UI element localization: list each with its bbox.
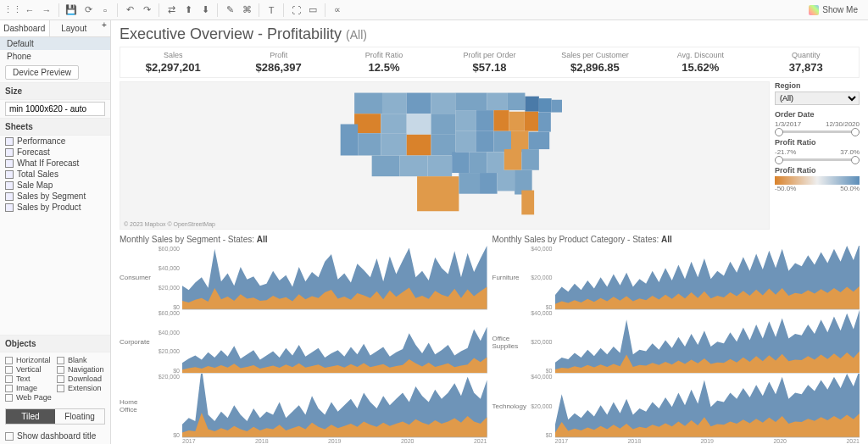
highlight-icon[interactable]: ✎ [222,3,237,18]
redo-icon[interactable]: ↷ [139,3,154,18]
sheet-sales-by-product[interactable]: Sales by Product [0,202,110,213]
object-navigation[interactable]: Navigation [57,365,105,374]
presentation-icon[interactable]: ▭ [305,3,320,18]
fit-icon[interactable]: ⛶ [288,3,303,18]
group-icon[interactable]: ⌘ [239,3,254,18]
swap-icon[interactable]: ⇄ [164,3,179,18]
device-preview-button[interactable]: Device Preview [5,65,79,80]
sheet-sales-by-segment[interactable]: Sales by Segment [0,191,110,202]
svg-rect-38 [417,176,459,211]
region-label: Region [775,81,860,90]
object-icon [5,394,13,402]
kpi-profit[interactable]: Profit$286,397 [225,47,331,77]
svg-rect-0 [354,93,382,114]
svg-rect-15 [476,110,494,131]
sheet-sale-map[interactable]: Sale Map [0,180,110,191]
object-web-page[interactable]: Web Page [5,393,53,402]
object-blank[interactable]: Blank [57,356,105,364]
kpi-quantity[interactable]: Quantity37,873 [754,47,859,77]
svg-rect-41 [498,170,515,191]
chart-row-home-office[interactable]: Home Office$20,000$0 [120,374,487,438]
orderdate-slider[interactable] [775,130,860,133]
size-heading: Size [0,82,110,100]
undo-icon[interactable]: ↶ [122,3,137,18]
tiled-button[interactable]: Tiled [6,409,55,424]
svg-rect-4 [455,93,487,111]
newsheet-icon[interactable]: ▫ [97,3,113,18]
svg-rect-43 [521,191,534,215]
floating-button[interactable]: Floating [55,409,104,424]
sheet-icon [5,148,14,157]
object-horizontal[interactable]: Horizontal [5,356,53,364]
svg-rect-40 [480,173,498,194]
page-title: Executive Overview - Profitability (All) [120,25,860,43]
kpi-sales-per-customer[interactable]: Sales per Customer$2,896.85 [542,47,648,77]
kpi-profit-per-order[interactable]: Profit per Order$57.18 [437,47,542,77]
kpi-sales[interactable]: Sales$2,297,201 [120,47,225,77]
save-icon[interactable]: 💾 [64,3,79,18]
forward-icon[interactable]: → [39,3,54,18]
sort-asc-icon[interactable]: ⬆ [181,3,196,18]
region-select[interactable]: (All) [775,92,860,105]
kpi-profit-ratio[interactable]: Profit Ratio12.5% [331,47,437,77]
orderdate-label: Order Date [775,110,860,119]
chart-row-technology[interactable]: Technology$40,000$20,000$0 [492,374,860,438]
svg-rect-21 [358,133,381,155]
object-vertical[interactable]: Vertical [5,365,53,374]
sheet-icon [5,159,14,168]
svg-rect-36 [504,149,522,170]
sheet-forecast[interactable]: Forecast [0,147,110,158]
chart-row-corporate[interactable]: Corporate$60,000$40,000$20,000$0 [120,310,487,375]
profitratio-slider[interactable] [775,158,860,161]
svg-rect-28 [511,131,529,153]
object-text[interactable]: Text [5,375,53,383]
svg-rect-32 [427,156,452,177]
svg-rect-7 [525,97,538,112]
chart-row-furniture[interactable]: Furniture$40,000$20,000$0 [492,246,860,310]
svg-rect-37 [521,149,539,170]
chart-row-office-supplies[interactable]: Office Supplies$40,000$20,000$0 [492,310,860,375]
object-image[interactable]: Image [5,384,53,392]
sort-desc-icon[interactable]: ⬇ [198,3,213,18]
showlabels-icon[interactable]: T [264,3,279,18]
size-input[interactable] [5,102,105,116]
show-title-checkbox[interactable]: Show dashboard title [0,428,110,444]
chart-row-consumer[interactable]: Consumer$60,000$40,000$20,000$0 [120,246,487,310]
sheet-total-sales[interactable]: Total Sales [0,169,110,180]
object-download[interactable]: Download [57,375,105,383]
sheet-icon [5,170,14,179]
tab-layout[interactable]: Layout [50,20,99,36]
tab-dashboard[interactable]: Dashboard [0,20,50,36]
sheet-performance[interactable]: Performance [0,136,110,147]
object-icon [57,357,64,364]
add-device-icon[interactable]: + [98,20,110,36]
svg-rect-24 [431,135,455,156]
logo-icon[interactable]: ⋮⋮ [5,3,20,18]
sheet-what-if-forecast[interactable]: What If Forecast [0,158,110,169]
object-icon [57,385,64,392]
object-icon [5,357,13,364]
svg-rect-27 [493,131,511,153]
device-default[interactable]: Default [0,37,110,50]
back-icon[interactable]: ← [22,3,37,18]
svg-rect-12 [407,114,431,135]
object-icon [5,385,13,392]
showme-icon [809,5,819,15]
svg-rect-26 [476,131,494,153]
profit-map[interactable]: © 2023 Mapbox © OpenStreetMap [120,81,770,230]
svg-rect-33 [452,152,470,173]
svg-rect-31 [400,156,428,177]
kpi-avg-discount[interactable]: Avg. Discount15.62% [648,47,753,77]
svg-rect-22 [381,133,406,155]
share-icon[interactable]: ∝ [330,3,345,18]
svg-rect-17 [509,112,525,131]
showme-button[interactable]: Show Me [804,3,863,17]
product-title: Monthly Sales by Product Category - Stat… [492,235,860,244]
newsource-icon[interactable]: ⟳ [81,3,96,18]
svg-rect-30 [372,156,400,177]
device-phone[interactable]: Phone [0,50,110,63]
legend-label: Profit Ratio [775,166,860,175]
object-extension[interactable]: Extension [57,384,105,392]
svg-rect-11 [381,114,406,133]
sheet-icon [5,203,14,212]
